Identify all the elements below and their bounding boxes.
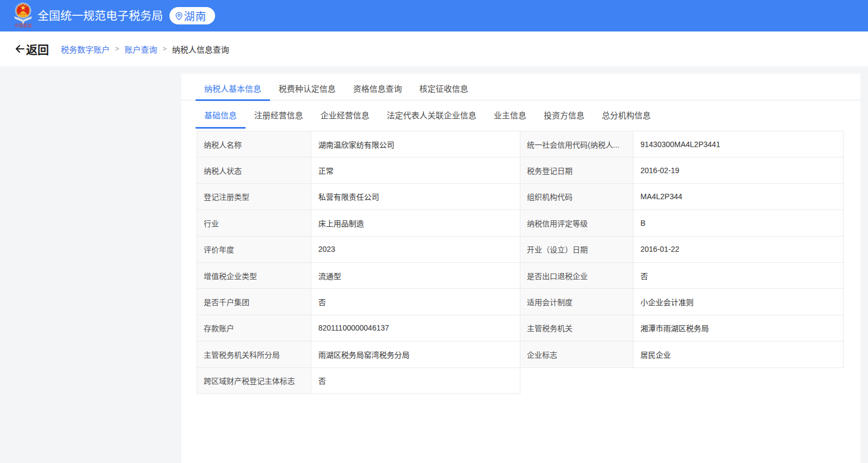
svg-text:中国税务: 中国税务 (15, 23, 33, 28)
